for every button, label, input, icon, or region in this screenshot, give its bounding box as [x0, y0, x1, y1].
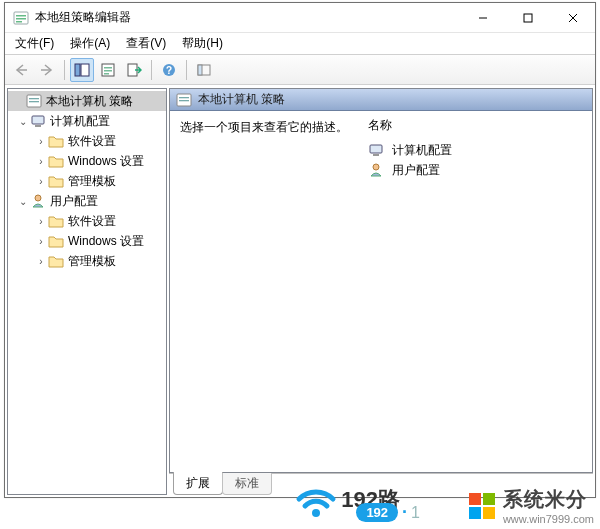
tab-standard[interactable]: 标准: [222, 473, 272, 495]
watermark-title: 系统米分: [503, 486, 594, 513]
menubar: 文件(F) 操作(A) 查看(V) 帮助(H): [5, 33, 595, 55]
description-column: 选择一个项目来查看它的描述。: [170, 111, 360, 472]
close-button[interactable]: [550, 3, 595, 32]
toolbar: ?: [5, 55, 595, 85]
svg-rect-32: [469, 493, 481, 505]
details-title: 本地计算机 策略: [198, 91, 285, 108]
tree-item[interactable]: › 软件设置: [8, 211, 166, 231]
policy-icon: [176, 92, 192, 108]
list-item-label: 计算机配置: [392, 142, 452, 159]
list-item[interactable]: 计算机配置: [368, 140, 584, 160]
svg-rect-34: [469, 507, 481, 519]
user-icon: [30, 193, 46, 209]
collapse-toggle[interactable]: ⌄: [16, 116, 30, 127]
window-controls: [460, 3, 595, 32]
details-pane: 本地计算机 策略 选择一个项目来查看它的描述。 名称 计算机配置: [169, 88, 593, 495]
tree-computer-config[interactable]: ⌄ 计算机配置: [8, 111, 166, 131]
folder-icon: [48, 153, 64, 169]
properties-button[interactable]: [96, 58, 120, 82]
svg-rect-26: [179, 97, 189, 98]
svg-point-30: [373, 164, 379, 170]
details-body: 选择一个项目来查看它的描述。 名称 计算机配置: [170, 111, 592, 472]
svg-rect-2: [16, 18, 26, 20]
tree-label: 管理模板: [68, 253, 116, 270]
svg-rect-1: [16, 15, 26, 17]
svg-rect-18: [198, 65, 202, 75]
list-column: 名称 计算机配置 用户配置: [360, 111, 592, 472]
app-icon: [13, 10, 29, 26]
expand-toggle[interactable]: ›: [34, 216, 48, 227]
svg-rect-23: [35, 125, 41, 127]
tree-user-config[interactable]: ⌄ 用户配置: [8, 191, 166, 211]
tree-label: 管理模板: [68, 173, 116, 190]
expand-toggle[interactable]: ›: [34, 156, 48, 167]
computer-icon: [368, 142, 384, 158]
tree-label: Windows 设置: [68, 153, 144, 170]
window-title: 本地组策略编辑器: [35, 9, 460, 26]
svg-rect-35: [483, 507, 495, 519]
menu-file[interactable]: 文件(F): [7, 33, 62, 54]
column-header-name[interactable]: 名称: [368, 117, 584, 134]
computer-icon: [30, 113, 46, 129]
gpedit-window: 本地组策略编辑器 文件(F) 操作(A) 查看(V) 帮助(H): [4, 2, 596, 498]
folder-icon: [48, 173, 64, 189]
main-body: 本地计算机 策略 ⌄ 计算机配置 › 软件设置 ›: [5, 85, 595, 497]
folder-icon: [48, 253, 64, 269]
expand-toggle[interactable]: ›: [34, 176, 48, 187]
svg-rect-5: [524, 14, 532, 22]
tree-item[interactable]: › Windows 设置: [8, 231, 166, 251]
toolbar-separator: [64, 60, 65, 80]
svg-rect-3: [16, 21, 22, 23]
list-item-label: 用户配置: [392, 162, 440, 179]
tree-root[interactable]: 本地计算机 策略: [8, 91, 166, 111]
details-header: 本地计算机 策略: [170, 89, 592, 111]
svg-rect-12: [104, 70, 112, 72]
details-border: 本地计算机 策略 选择一个项目来查看它的描述。 名称 计算机配置: [169, 88, 593, 473]
svg-rect-27: [179, 100, 189, 101]
pill-dot: ·: [402, 502, 407, 523]
tree-item[interactable]: › Windows 设置: [8, 151, 166, 171]
tree-item[interactable]: › 管理模板: [8, 251, 166, 271]
svg-point-24: [35, 195, 41, 201]
collapse-toggle[interactable]: ⌄: [16, 196, 30, 207]
export-button[interactable]: [122, 58, 146, 82]
svg-rect-8: [75, 64, 80, 76]
tree-pane[interactable]: 本地计算机 策略 ⌄ 计算机配置 › 软件设置 ›: [7, 88, 167, 495]
tree-item[interactable]: › 管理模板: [8, 171, 166, 191]
maximize-button[interactable]: [505, 3, 550, 32]
filter-button[interactable]: [192, 58, 216, 82]
tree-item[interactable]: › 软件设置: [8, 131, 166, 151]
minimize-button[interactable]: [460, 3, 505, 32]
toolbar-separator: [186, 60, 187, 80]
tree-label: 计算机配置: [50, 113, 110, 130]
expand-toggle[interactable]: ›: [34, 256, 48, 267]
toolbar-separator: [151, 60, 152, 80]
policy-icon: [26, 93, 42, 109]
titlebar: 本地组策略编辑器: [5, 3, 595, 33]
list-item[interactable]: 用户配置: [368, 160, 584, 180]
tree-label: 软件设置: [68, 133, 116, 150]
tree-label: Windows 设置: [68, 233, 144, 250]
menu-help[interactable]: 帮助(H): [174, 33, 231, 54]
svg-rect-9: [81, 64, 89, 76]
expand-toggle[interactable]: ›: [34, 136, 48, 147]
user-icon: [368, 162, 384, 178]
help-button[interactable]: ?: [157, 58, 181, 82]
menu-action[interactable]: 操作(A): [62, 33, 118, 54]
svg-rect-22: [32, 116, 44, 124]
site-watermark: 系统米分 www.win7999.com: [461, 482, 600, 529]
forward-button[interactable]: [35, 58, 59, 82]
svg-rect-21: [29, 101, 39, 102]
back-button[interactable]: [9, 58, 33, 82]
watermark-text-block: 系统米分 www.win7999.com: [503, 486, 594, 525]
folder-icon: [48, 133, 64, 149]
tree-label: 本地计算机 策略: [46, 93, 133, 110]
menu-view[interactable]: 查看(V): [118, 33, 174, 54]
tab-extended[interactable]: 扩展: [173, 472, 223, 495]
description-text: 选择一个项目来查看它的描述。: [180, 119, 350, 136]
svg-rect-28: [370, 145, 382, 153]
svg-rect-20: [29, 98, 39, 99]
expand-toggle[interactable]: ›: [34, 236, 48, 247]
show-tree-button[interactable]: [70, 58, 94, 82]
folder-icon: [48, 233, 64, 249]
